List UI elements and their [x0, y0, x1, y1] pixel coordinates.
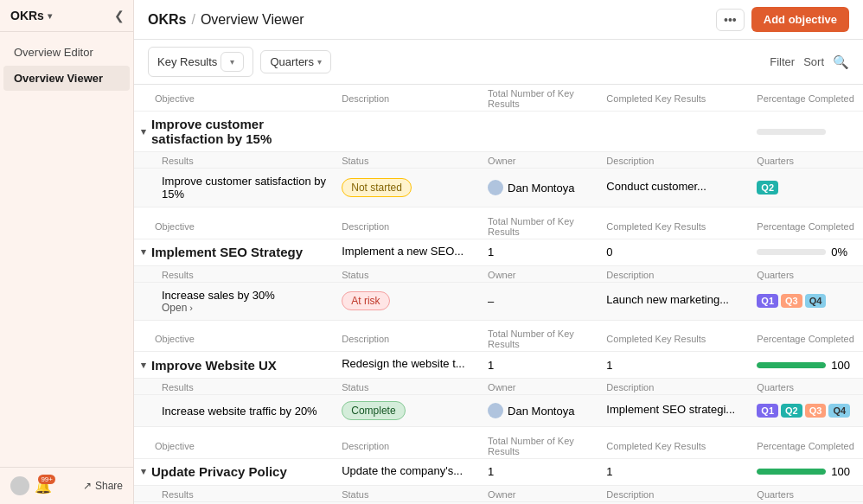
obj-col-header-objective: Objective — [134, 213, 335, 239]
quarter-tag-Q1: Q1 — [757, 294, 778, 308]
objective-completed-key-results — [599, 112, 750, 152]
res-col-header-owner: Owner — [481, 379, 599, 395]
obj-col-header-completed-key-results: Completed Key Results — [599, 213, 750, 239]
res-col-header-quarters: Quarters — [750, 485, 863, 501]
res-col-header-results: Results — [134, 265, 335, 282]
okr-label: OKRs — [10, 9, 44, 22]
obj-col-header-percentage-completed: Percentage Completed — [750, 432, 863, 459]
quarter-tags: Q2 — [757, 181, 856, 195]
sort-button[interactable]: Sort — [803, 55, 824, 68]
sidebar-nav: Overview Editor Overview Viewer — [0, 32, 133, 467]
objective-title: ▾ Implement SEO Strategy — [141, 245, 328, 259]
page-label: Overview Viewer — [201, 12, 304, 28]
obj-col-header-percentage-completed: Percentage Completed — [750, 213, 863, 239]
okr-title[interactable]: OKRs ▾ — [10, 9, 52, 22]
objective-title: ▾ Improve customer satisfaction by 15% — [141, 117, 328, 146]
results-column-header-row: ResultsStatusOwnerDescriptionQuarters — [134, 265, 863, 282]
obj-col-header-description: Description — [335, 85, 481, 112]
header-right: ••• Add objective — [716, 7, 849, 32]
key-results-label: Key Results — [157, 55, 217, 68]
objective-completed-key-results: 1 — [599, 458, 750, 485]
brand-label: OKRs — [148, 12, 186, 28]
owner: Dan Montoya — [488, 403, 592, 418]
objective-total-key-results — [481, 112, 599, 152]
objective-column-header-row: ObjectiveDescriptionTotal Number of Key … — [134, 432, 863, 459]
result-owner-cell: Dan Montoya — [481, 169, 599, 207]
objective-row: ▾ Improve Website UX Redesign the websit… — [134, 352, 863, 379]
progress-bar — [757, 362, 826, 368]
obj-col-header-total-number-of-key-results: Total Number of Key Results — [481, 432, 599, 459]
res-col-header-status: Status — [335, 379, 481, 395]
objective-total-key-results: 1 — [481, 352, 599, 379]
objective-title-text: Implement SEO Strategy — [151, 245, 303, 259]
quarter-tag-Q2: Q2 — [757, 181, 778, 195]
progress-bar — [757, 469, 826, 475]
share-icon: ↗ — [83, 480, 92, 492]
result-status-cell: Not started — [335, 169, 481, 207]
owner-avatar — [488, 403, 503, 418]
quarters-filter[interactable]: Quarters ▾ — [260, 50, 331, 73]
obj-col-header-description: Description — [335, 325, 481, 352]
quarter-tag-Q4: Q4 — [828, 404, 850, 418]
key-results-filter[interactable]: Key Results ▾ — [148, 47, 253, 77]
objective-description: Update the company's... — [335, 458, 481, 485]
result-name-cell: Improve customer satisfaction by 15% — [134, 169, 335, 207]
res-col-header-status: Status — [335, 485, 481, 501]
status-badge: Complete — [342, 401, 405, 420]
objective-row: ▾ Update Privacy Policy Update the compa… — [134, 458, 863, 485]
expand-chevron-icon[interactable]: ▾ — [141, 246, 146, 258]
res-col-header-quarters: Quarters — [750, 265, 863, 282]
res-col-header-owner: Owner — [481, 265, 599, 282]
progress-bar — [757, 129, 826, 135]
res-col-header-owner: Owner — [481, 485, 599, 501]
sidebar: OKRs ▾ ❮ Overview Editor Overview Viewer… — [0, 0, 134, 504]
progress-bar-wrap: 0% — [757, 246, 856, 258]
progress-bar — [757, 249, 826, 255]
progress-bar-wrap: 100 — [757, 465, 856, 478]
objective-description — [335, 112, 481, 152]
sidebar-item-overview-viewer[interactable]: Overview Viewer — [3, 66, 130, 91]
result-owner-cell: Dan Montoya — [481, 395, 599, 427]
quarter-tag-Q4: Q4 — [805, 294, 827, 308]
expand-chevron-icon[interactable]: ▾ — [141, 126, 146, 137]
notification-button[interactable]: 🔔 99+ — [35, 478, 52, 494]
res-col-header-status: Status — [335, 265, 481, 282]
share-button[interactable]: ↗ Share — [83, 480, 123, 492]
obj-col-header-objective: Objective — [134, 325, 335, 352]
owner-name: Dan Montoya — [508, 182, 574, 195]
filter-button[interactable]: Filter — [770, 55, 795, 68]
obj-col-header-completed-key-results: Completed Key Results — [599, 85, 750, 112]
objective-column-header-row: ObjectiveDescriptionTotal Number of Key … — [134, 85, 863, 112]
obj-col-header-objective: Objective — [134, 432, 335, 459]
open-link[interactable]: Open › — [162, 302, 328, 314]
search-button[interactable]: 🔍 — [833, 54, 849, 70]
expand-chevron-icon[interactable]: ▾ — [141, 466, 146, 477]
sidebar-item-overview-editor[interactable]: Overview Editor — [3, 40, 130, 65]
collapse-icon[interactable]: ❮ — [114, 9, 125, 22]
objective-title-text: Improve Website UX — [151, 358, 277, 373]
more-options-button[interactable]: ••• — [716, 9, 745, 31]
result-description: Launch new marketing... — [606, 293, 729, 306]
result-description-cell: Launch new marketing... — [599, 282, 750, 320]
objective-description: Redesign the website t... — [335, 352, 481, 379]
objective-column-header-row: ObjectiveDescriptionTotal Number of Key … — [134, 325, 863, 352]
result-description-cell: Implement SEO strategi... — [599, 395, 750, 427]
result-name: Increase website traffic by 20% — [162, 405, 317, 418]
chevron-down-icon: ▾ — [317, 57, 322, 67]
owner: Dan Montoya — [488, 180, 592, 195]
main-header: OKRs / Overview Viewer ••• Add objective — [134, 0, 863, 40]
results-column-header-row: ResultsStatusOwnerDescriptionQuarters — [134, 485, 863, 501]
add-objective-button[interactable]: Add objective — [751, 7, 849, 32]
result-description: Conduct customer... — [606, 180, 706, 193]
obj-col-header-percentage-completed: Percentage Completed — [750, 85, 863, 112]
res-col-header-quarters: Quarters — [750, 152, 863, 169]
toolbar-left: Key Results ▾ Quarters ▾ — [148, 47, 331, 77]
expand-chevron-icon[interactable]: ▾ — [141, 360, 146, 371]
objective-percentage-completed: 100 — [750, 352, 863, 379]
obj-col-header-completed-key-results: Completed Key Results — [599, 432, 750, 459]
result-name-cell: Increase website traffic by 20% — [134, 395, 335, 427]
share-label: Share — [95, 480, 123, 492]
obj-col-header-description: Description — [335, 213, 481, 239]
objective-total-key-results: 1 — [481, 239, 599, 265]
progress-fill — [757, 362, 826, 368]
